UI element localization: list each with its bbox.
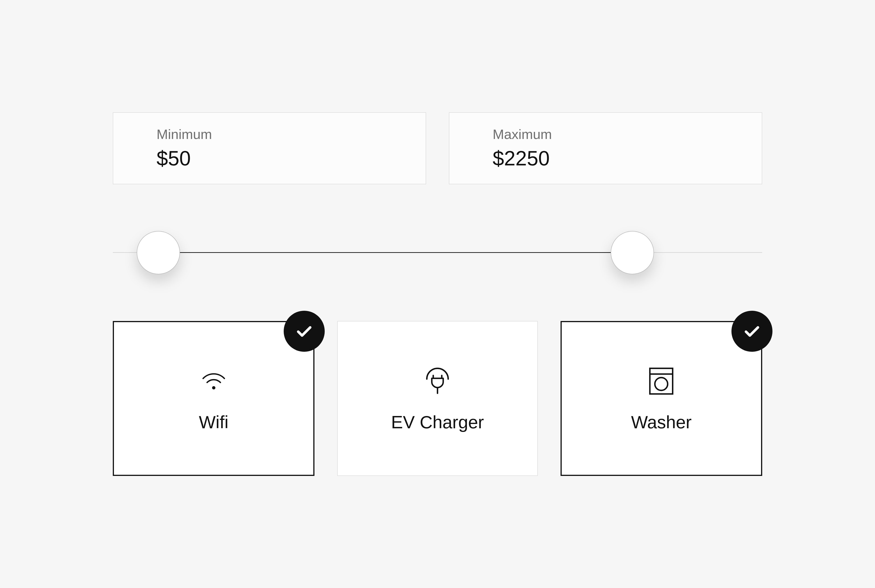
amenities-row: Wifi EV Charger Washer: [113, 321, 762, 476]
checkmark-icon: [294, 321, 314, 342]
amenity-wifi-card[interactable]: Wifi: [113, 321, 314, 476]
check-badge: [731, 311, 773, 352]
amenity-washer-card[interactable]: Washer: [561, 321, 762, 476]
filter-panel: Minimum $50 Maximum $2250 Wifi: [113, 112, 762, 476]
amenity-washer-label: Washer: [631, 412, 692, 433]
svg-point-3: [655, 378, 668, 390]
minimum-price-input[interactable]: Minimum $50: [113, 112, 426, 184]
maximum-price-value: $2250: [493, 147, 719, 170]
washer-icon: [644, 364, 678, 398]
amenity-ev-charger-label: EV Charger: [391, 412, 484, 433]
maximum-price-label: Maximum: [493, 126, 719, 142]
minimum-price-label: Minimum: [156, 126, 382, 142]
amenity-wifi-label: Wifi: [199, 412, 228, 433]
checkmark-icon: [742, 321, 762, 342]
slider-handle-min[interactable]: [137, 231, 180, 274]
slider-handle-max[interactable]: [611, 231, 654, 274]
slider-track-active: [158, 252, 633, 253]
check-badge: [284, 311, 325, 352]
price-inputs-row: Minimum $50 Maximum $2250: [113, 112, 762, 184]
maximum-price-input[interactable]: Maximum $2250: [449, 112, 762, 184]
wifi-icon: [197, 364, 231, 398]
ev-charger-icon: [420, 364, 455, 398]
minimum-price-value: $50: [156, 147, 382, 170]
svg-point-0: [212, 386, 215, 390]
price-slider[interactable]: [113, 230, 762, 275]
amenity-ev-charger-card[interactable]: EV Charger: [337, 321, 537, 476]
